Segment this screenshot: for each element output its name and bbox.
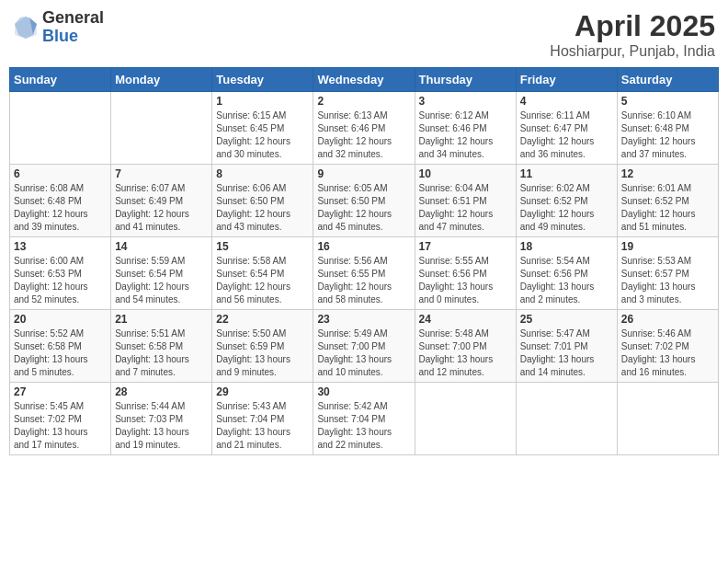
calendar-cell: 18Sunrise: 5:54 AM Sunset: 6:56 PM Dayli… (516, 237, 617, 310)
title-area: April 2025 Hoshiarpur, Punjab, India (550, 9, 715, 60)
day-info: Sunrise: 6:15 AM Sunset: 6:45 PM Dayligh… (216, 109, 309, 161)
calendar-cell: 5Sunrise: 6:10 AM Sunset: 6:48 PM Daylig… (617, 92, 718, 165)
day-number: 4 (520, 95, 613, 108)
calendar-table: SundayMondayTuesdayWednesdayThursdayFrid… (9, 67, 719, 455)
day-info: Sunrise: 5:53 AM Sunset: 6:57 PM Dayligh… (621, 255, 714, 306)
day-number: 16 (317, 240, 410, 253)
weekday-header-wednesday: Wednesday (313, 68, 415, 92)
calendar-week-row: 6Sunrise: 6:08 AM Sunset: 6:48 PM Daylig… (10, 165, 719, 237)
day-number: 3 (419, 95, 512, 108)
calendar-cell: 11Sunrise: 6:02 AM Sunset: 6:52 PM Dayli… (516, 165, 617, 237)
header: General Blue April 2025 Hoshiarpur, Punj… (9, 9, 719, 60)
calendar-cell: 22Sunrise: 5:50 AM Sunset: 6:59 PM Dayli… (212, 310, 313, 383)
logo-blue-text: Blue (42, 28, 104, 46)
day-info: Sunrise: 5:48 AM Sunset: 7:00 PM Dayligh… (419, 327, 512, 379)
day-info: Sunrise: 5:59 AM Sunset: 6:54 PM Dayligh… (115, 255, 208, 306)
calendar-cell: 6Sunrise: 6:08 AM Sunset: 6:48 PM Daylig… (10, 165, 111, 237)
calendar-cell: 29Sunrise: 5:43 AM Sunset: 7:04 PM Dayli… (212, 383, 313, 455)
day-info: Sunrise: 6:07 AM Sunset: 6:49 PM Dayligh… (115, 182, 208, 234)
weekday-header-friday: Friday (516, 68, 617, 92)
calendar-week-row: 1Sunrise: 6:15 AM Sunset: 6:45 PM Daylig… (10, 92, 719, 165)
day-info: Sunrise: 6:04 AM Sunset: 6:51 PM Dayligh… (419, 182, 512, 234)
day-info: Sunrise: 5:50 AM Sunset: 6:59 PM Dayligh… (216, 327, 309, 379)
day-number: 15 (216, 240, 309, 253)
calendar-week-row: 27Sunrise: 5:45 AM Sunset: 7:02 PM Dayli… (10, 383, 719, 455)
calendar-cell: 17Sunrise: 5:55 AM Sunset: 6:56 PM Dayli… (415, 237, 516, 310)
calendar-cell: 3Sunrise: 6:12 AM Sunset: 6:46 PM Daylig… (415, 92, 516, 165)
calendar-cell: 23Sunrise: 5:49 AM Sunset: 7:00 PM Dayli… (313, 310, 415, 383)
day-number: 21 (115, 313, 208, 326)
day-info: Sunrise: 6:06 AM Sunset: 6:50 PM Dayligh… (216, 182, 309, 234)
day-number: 17 (419, 240, 512, 253)
weekday-header-monday: Monday (111, 68, 212, 92)
calendar-cell: 9Sunrise: 6:05 AM Sunset: 6:50 PM Daylig… (313, 165, 415, 237)
day-number: 25 (520, 313, 613, 326)
day-info: Sunrise: 5:43 AM Sunset: 7:04 PM Dayligh… (216, 400, 309, 452)
logo-icon (13, 15, 39, 40)
day-number: 10 (419, 167, 512, 180)
weekday-header-row: SundayMondayTuesdayWednesdayThursdayFrid… (10, 68, 719, 92)
day-number: 30 (317, 385, 410, 398)
day-number: 12 (621, 167, 714, 180)
day-info: Sunrise: 6:00 AM Sunset: 6:53 PM Dayligh… (14, 255, 107, 306)
day-info: Sunrise: 5:47 AM Sunset: 7:01 PM Dayligh… (520, 327, 613, 379)
day-info: Sunrise: 5:44 AM Sunset: 7:03 PM Dayligh… (115, 400, 208, 452)
day-number: 14 (115, 240, 208, 253)
day-number: 2 (317, 95, 410, 108)
calendar-cell (617, 383, 718, 455)
calendar-cell: 15Sunrise: 5:58 AM Sunset: 6:54 PM Dayli… (212, 237, 313, 310)
day-number: 11 (520, 167, 613, 180)
day-number: 19 (621, 240, 714, 253)
day-info: Sunrise: 5:49 AM Sunset: 7:00 PM Dayligh… (317, 327, 410, 379)
day-number: 20 (14, 313, 107, 326)
day-number: 22 (216, 313, 309, 326)
day-number: 1 (216, 95, 309, 108)
calendar-cell: 26Sunrise: 5:46 AM Sunset: 7:02 PM Dayli… (617, 310, 718, 383)
day-info: Sunrise: 5:46 AM Sunset: 7:02 PM Dayligh… (621, 327, 714, 379)
day-info: Sunrise: 6:13 AM Sunset: 6:46 PM Dayligh… (317, 109, 410, 161)
calendar-cell: 20Sunrise: 5:52 AM Sunset: 6:58 PM Dayli… (10, 310, 111, 383)
calendar-week-row: 20Sunrise: 5:52 AM Sunset: 6:58 PM Dayli… (10, 310, 719, 383)
calendar-cell: 13Sunrise: 6:00 AM Sunset: 6:53 PM Dayli… (10, 237, 111, 310)
weekday-header-saturday: Saturday (617, 68, 718, 92)
calendar-cell: 8Sunrise: 6:06 AM Sunset: 6:50 PM Daylig… (212, 165, 313, 237)
calendar-cell (516, 383, 617, 455)
calendar-cell: 10Sunrise: 6:04 AM Sunset: 6:51 PM Dayli… (415, 165, 516, 237)
calendar-cell: 12Sunrise: 6:01 AM Sunset: 6:52 PM Dayli… (617, 165, 718, 237)
logo-text: General Blue (42, 9, 104, 46)
logo: General Blue (13, 9, 104, 46)
day-info: Sunrise: 6:11 AM Sunset: 6:47 PM Dayligh… (520, 109, 613, 161)
logo-general-text: General (42, 9, 104, 28)
calendar-cell: 7Sunrise: 6:07 AM Sunset: 6:49 PM Daylig… (111, 165, 212, 237)
weekday-header-thursday: Thursday (415, 68, 516, 92)
calendar-cell: 19Sunrise: 5:53 AM Sunset: 6:57 PM Dayli… (617, 237, 718, 310)
calendar-cell: 27Sunrise: 5:45 AM Sunset: 7:02 PM Dayli… (10, 383, 111, 455)
day-info: Sunrise: 5:51 AM Sunset: 6:58 PM Dayligh… (115, 327, 208, 379)
day-number: 24 (419, 313, 512, 326)
calendar-cell (111, 92, 212, 165)
calendar-week-row: 13Sunrise: 6:00 AM Sunset: 6:53 PM Dayli… (10, 237, 719, 310)
day-number: 27 (14, 385, 107, 398)
calendar-title: April 2025 (550, 9, 715, 43)
calendar-location: Hoshiarpur, Punjab, India (550, 43, 715, 60)
day-info: Sunrise: 5:45 AM Sunset: 7:02 PM Dayligh… (14, 400, 107, 452)
calendar-cell: 16Sunrise: 5:56 AM Sunset: 6:55 PM Dayli… (313, 237, 415, 310)
day-info: Sunrise: 6:01 AM Sunset: 6:52 PM Dayligh… (621, 182, 714, 234)
calendar-cell: 14Sunrise: 5:59 AM Sunset: 6:54 PM Dayli… (111, 237, 212, 310)
day-info: Sunrise: 5:58 AM Sunset: 6:54 PM Dayligh… (216, 255, 309, 306)
weekday-header-sunday: Sunday (10, 68, 111, 92)
day-info: Sunrise: 6:08 AM Sunset: 6:48 PM Dayligh… (14, 182, 107, 234)
day-info: Sunrise: 6:10 AM Sunset: 6:48 PM Dayligh… (621, 109, 714, 161)
day-info: Sunrise: 5:54 AM Sunset: 6:56 PM Dayligh… (520, 255, 613, 306)
calendar-cell: 24Sunrise: 5:48 AM Sunset: 7:00 PM Dayli… (415, 310, 516, 383)
day-number: 6 (14, 167, 107, 180)
calendar-cell (415, 383, 516, 455)
day-info: Sunrise: 5:42 AM Sunset: 7:04 PM Dayligh… (317, 400, 410, 452)
weekday-header-tuesday: Tuesday (212, 68, 313, 92)
day-info: Sunrise: 5:56 AM Sunset: 6:55 PM Dayligh… (317, 255, 410, 306)
day-number: 26 (621, 313, 714, 326)
calendar-cell: 21Sunrise: 5:51 AM Sunset: 6:58 PM Dayli… (111, 310, 212, 383)
calendar-cell (10, 92, 111, 165)
day-info: Sunrise: 6:12 AM Sunset: 6:46 PM Dayligh… (419, 109, 512, 161)
calendar-cell: 30Sunrise: 5:42 AM Sunset: 7:04 PM Dayli… (313, 383, 415, 455)
